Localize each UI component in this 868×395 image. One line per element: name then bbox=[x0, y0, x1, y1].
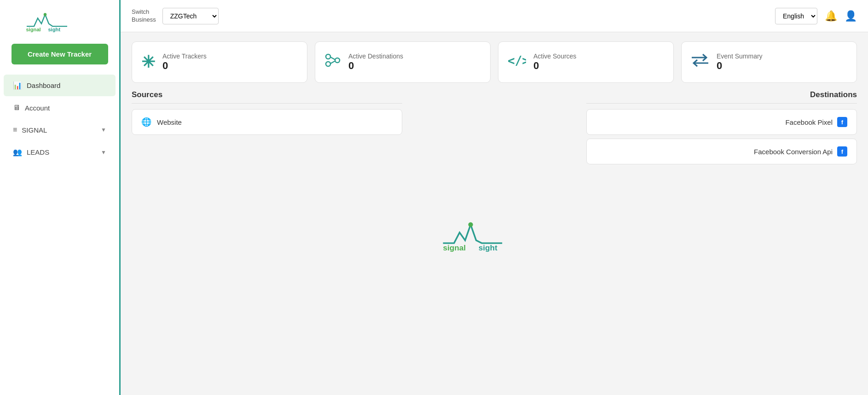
stat-label: Active Destinations bbox=[348, 52, 403, 60]
svg-point-5 bbox=[326, 62, 330, 66]
svg-point-3 bbox=[335, 58, 340, 63]
stat-value: 0 bbox=[162, 60, 207, 72]
sidebar-item-label: Account bbox=[25, 104, 50, 112]
stat-info: Active Sources 0 bbox=[533, 52, 576, 72]
sidebar-item-dashboard[interactable]: 📊 Dashboard bbox=[4, 75, 116, 96]
sidebar-item-label: SIGNAL bbox=[22, 126, 47, 134]
main-content: SwitchBusiness ZZGTech English 🔔 👤 ✳ Act… bbox=[121, 0, 868, 395]
svg-point-0 bbox=[43, 13, 46, 16]
destination-name: Facebook Pixel bbox=[785, 118, 833, 126]
sidebar-item-account[interactable]: 🖥 Account bbox=[4, 97, 116, 118]
logo: signal sight bbox=[23, 9, 97, 35]
stat-label: Active Sources bbox=[533, 52, 576, 60]
chevron-down-icon: ▼ bbox=[101, 149, 106, 156]
header: SwitchBusiness ZZGTech English 🔔 👤 bbox=[121, 0, 868, 32]
switch-business-label: SwitchBusiness bbox=[132, 8, 156, 24]
stat-value: 0 bbox=[348, 60, 403, 72]
sidebar-item-label: LEADS bbox=[27, 148, 49, 156]
svg-text:sight: sight bbox=[479, 243, 498, 252]
facebook-icon: f bbox=[837, 146, 847, 157]
svg-text:sight: sight bbox=[48, 27, 60, 32]
dashboard-body: Sources 🌐 Website signal sight Destinati… bbox=[121, 90, 868, 395]
center-logo-area: signal sight bbox=[402, 90, 586, 384]
stat-card-event-summary[interactable]: Event Summary 0 bbox=[681, 41, 857, 83]
center-logo: signal sight bbox=[439, 221, 550, 253]
header-right: English 🔔 👤 bbox=[775, 8, 857, 24]
dashboard-icon: 📊 bbox=[13, 81, 22, 90]
sources-section: Sources 🌐 Website bbox=[132, 90, 402, 384]
sidebar-item-label: Dashboard bbox=[27, 81, 60, 89]
stat-label: Event Summary bbox=[717, 52, 763, 60]
stat-card-active-trackers[interactable]: ✳ Active Trackers 0 bbox=[132, 41, 307, 83]
bell-icon[interactable]: 🔔 bbox=[825, 10, 837, 22]
sidebar: signal sight Create New Tracker 📊 Dashbo… bbox=[0, 0, 121, 395]
logo-area: signal sight bbox=[0, 9, 119, 44]
chevron-down-icon: ▼ bbox=[101, 127, 106, 133]
sidebar-item-signal[interactable]: ≡ SIGNAL ▼ bbox=[4, 119, 116, 140]
svg-text:signal: signal bbox=[26, 27, 41, 32]
svg-point-4 bbox=[326, 54, 330, 59]
svg-line-7 bbox=[330, 61, 335, 64]
stat-value: 0 bbox=[717, 60, 763, 72]
create-new-tracker-button[interactable]: Create New Tracker bbox=[12, 44, 108, 64]
sidebar-nav: 📊 Dashboard 🖥 Account ≡ SIGNAL ▼ 👥 LEADS… bbox=[0, 74, 119, 164]
source-item-website[interactable]: 🌐 Website bbox=[132, 109, 402, 135]
destination-item-fb-pixel[interactable]: Facebook Pixel f bbox=[586, 109, 857, 135]
arrows-icon bbox=[691, 52, 709, 72]
stat-value: 0 bbox=[533, 60, 576, 72]
destinations-section-title: Destinations bbox=[586, 90, 857, 104]
leads-icon: 👥 bbox=[13, 148, 22, 157]
stat-info: Active Destinations 0 bbox=[348, 52, 403, 72]
stat-card-active-sources[interactable]: </> Active Sources 0 bbox=[498, 41, 674, 83]
language-select[interactable]: English bbox=[775, 8, 817, 24]
sidebar-item-leads[interactable]: 👥 LEADS ▼ bbox=[4, 141, 116, 163]
source-name: Website bbox=[157, 118, 182, 126]
globe-icon: 🌐 bbox=[141, 117, 151, 127]
signal-icon: ≡ bbox=[13, 126, 17, 134]
code-icon: </> bbox=[508, 52, 526, 72]
user-icon[interactable]: 👤 bbox=[845, 10, 857, 22]
business-select[interactable]: ZZGTech bbox=[162, 8, 219, 24]
asterisk-icon: ✳ bbox=[141, 52, 155, 72]
stat-info: Event Summary 0 bbox=[717, 52, 763, 72]
svg-text:</>: </> bbox=[508, 54, 526, 68]
svg-text:signal: signal bbox=[443, 243, 466, 252]
stat-label: Active Trackers bbox=[162, 52, 207, 60]
svg-line-6 bbox=[330, 57, 335, 60]
svg-point-11 bbox=[468, 222, 473, 227]
stat-info: Active Trackers 0 bbox=[162, 52, 207, 72]
destinations-section: Destinations Facebook Pixel f Facebook C… bbox=[586, 90, 857, 384]
sources-section-title: Sources bbox=[132, 90, 402, 104]
destination-name: Facebook Conversion Api bbox=[754, 148, 833, 156]
share-icon bbox=[324, 52, 341, 72]
destination-item-fb-conversion[interactable]: Facebook Conversion Api f bbox=[586, 139, 857, 164]
account-icon: 🖥 bbox=[13, 104, 20, 112]
stat-card-active-destinations[interactable]: Active Destinations 0 bbox=[315, 41, 491, 83]
header-left: SwitchBusiness ZZGTech bbox=[132, 8, 219, 24]
stats-row: ✳ Active Trackers 0 Active Destinations … bbox=[121, 32, 868, 90]
facebook-icon: f bbox=[837, 117, 847, 127]
